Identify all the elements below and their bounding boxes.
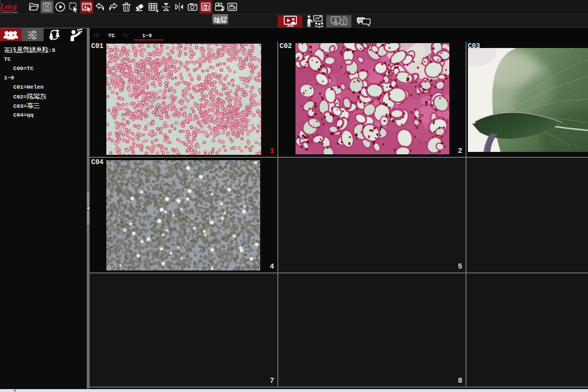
svg-text:MICROSYSTEMS: MICROSYSTEMS: [2, 12, 18, 14]
svg-text:Leica: Leica: [0, 2, 17, 10]
